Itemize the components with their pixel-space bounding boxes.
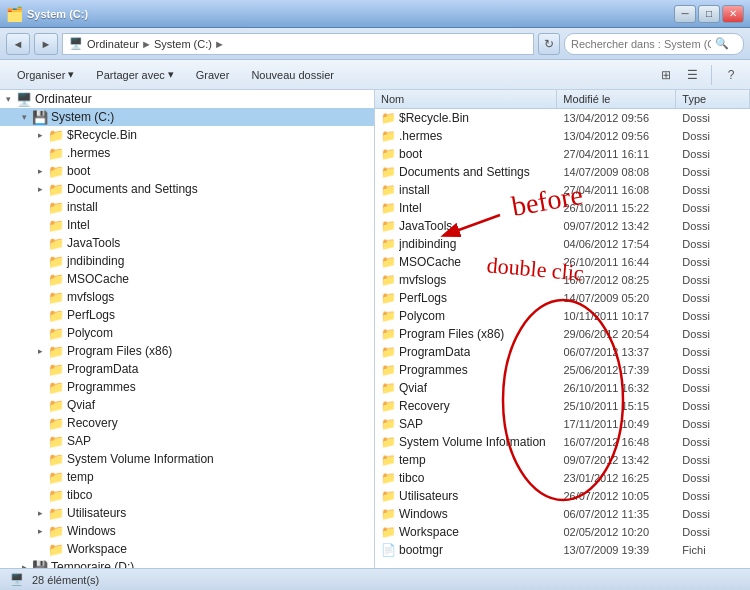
tree-expand-msocache[interactable]: [32, 271, 48, 287]
restore-button[interactable]: □: [698, 5, 720, 23]
file-row[interactable]: 📁PerfLogs14/07/2009 05:20Dossi: [375, 289, 750, 307]
tree-expand-mvfslogs[interactable]: [32, 289, 48, 305]
tree-expand-temp[interactable]: [32, 469, 48, 485]
tree-expand-windows[interactable]: ▸: [32, 523, 48, 539]
tree-item-install[interactable]: 📁install: [0, 198, 374, 216]
tree-item-jndibinding[interactable]: 📁jndibinding: [0, 252, 374, 270]
share-button[interactable]: Partager avec ▾: [87, 64, 182, 85]
column-header-type[interactable]: Type: [676, 90, 750, 108]
tree-item-srecycle[interactable]: ▸📁$Recycle.Bin: [0, 126, 374, 144]
file-row[interactable]: 📁Recovery25/10/2011 15:15Dossi: [375, 397, 750, 415]
file-row[interactable]: 📁Polycom10/11/2011 10:17Dossi: [375, 307, 750, 325]
tree-item-qviaf[interactable]: 📁Qviaf: [0, 396, 374, 414]
tree-expand-tibco[interactable]: [32, 487, 48, 503]
tree-expand-intel[interactable]: [32, 217, 48, 233]
tree-item-javatools[interactable]: 📁JavaTools: [0, 234, 374, 252]
file-row[interactable]: 📁MSOCache26/10/2011 16:44Dossi: [375, 253, 750, 271]
tree-expand-utilisateurs[interactable]: ▸: [32, 505, 48, 521]
organize-button[interactable]: Organiser ▾: [8, 64, 83, 85]
tree-expand-docsettings[interactable]: ▸: [32, 181, 48, 197]
forward-button[interactable]: ►: [34, 33, 58, 55]
tree-item-ordinateur[interactable]: ▾🖥️Ordinateur: [0, 90, 374, 108]
burn-button[interactable]: Graver: [187, 65, 239, 85]
file-row[interactable]: 📁mvfslogs16/07/2012 08:25Dossi: [375, 271, 750, 289]
file-row[interactable]: 📁Qviaf26/10/2011 16:32Dossi: [375, 379, 750, 397]
tree-item-tibco[interactable]: 📁tibco: [0, 486, 374, 504]
file-row[interactable]: 📁jndibinding04/06/2012 17:54Dossi: [375, 235, 750, 253]
tree-expand-install[interactable]: [32, 199, 48, 215]
file-row[interactable]: 📁tibco23/01/2012 16:25Dossi: [375, 469, 750, 487]
back-button[interactable]: ◄: [6, 33, 30, 55]
help-button[interactable]: ?: [720, 65, 742, 85]
refresh-button[interactable]: ↻: [538, 33, 560, 55]
column-header-modified[interactable]: Modifié le: [557, 90, 676, 108]
folder-tree[interactable]: ▾🖥️Ordinateur▾💾System (C:)▸📁$Recycle.Bin…: [0, 90, 375, 568]
file-row[interactable]: 📁$Recycle.Bin13/04/2012 09:56Dossi: [375, 109, 750, 127]
file-row[interactable]: 📁System Volume Information16/07/2012 16:…: [375, 433, 750, 451]
tree-expand-srecycle[interactable]: ▸: [32, 127, 48, 143]
file-row[interactable]: 📁Programmes25/06/2012 17:39Dossi: [375, 361, 750, 379]
file-row[interactable]: 📄bootmgr13/07/2009 19:39Fichi: [375, 541, 750, 559]
tree-expand-hermes[interactable]: [32, 145, 48, 161]
tree-item-programmes[interactable]: 📁Programmes: [0, 378, 374, 396]
close-button[interactable]: ✕: [722, 5, 744, 23]
tree-expand-programmes[interactable]: [32, 379, 48, 395]
tree-item-perflogs[interactable]: 📁PerfLogs: [0, 306, 374, 324]
tree-item-mvfslogs[interactable]: 📁mvfslogs: [0, 288, 374, 306]
tree-expand-recovery[interactable]: [32, 415, 48, 431]
file-row[interactable]: 📁boot27/04/2011 16:11Dossi: [375, 145, 750, 163]
file-row[interactable]: 📁install27/04/2011 16:08Dossi: [375, 181, 750, 199]
tree-item-workspace[interactable]: 📁Workspace: [0, 540, 374, 558]
tree-expand-jndibinding[interactable]: [32, 253, 48, 269]
tree-item-utilisateurs[interactable]: ▸📁Utilisateurs: [0, 504, 374, 522]
tree-item-sysvolinfo[interactable]: 📁System Volume Information: [0, 450, 374, 468]
search-input[interactable]: [571, 38, 711, 50]
tree-expand-boot[interactable]: ▸: [32, 163, 48, 179]
file-row[interactable]: 📁SAP17/11/2011 10:49Dossi: [375, 415, 750, 433]
tree-expand-ordinateur[interactable]: ▾: [0, 91, 16, 107]
tree-item-temp[interactable]: 📁temp: [0, 468, 374, 486]
tree-item-boot[interactable]: ▸📁boot: [0, 162, 374, 180]
file-row[interactable]: 📁Documents and Settings14/07/2009 08:08D…: [375, 163, 750, 181]
tree-expand-perflogs[interactable]: [32, 307, 48, 323]
tree-expand-temporaire[interactable]: ▸: [16, 559, 32, 568]
tree-expand-polycom[interactable]: [32, 325, 48, 341]
tree-expand-javatools[interactable]: [32, 235, 48, 251]
file-row[interactable]: 📁Workspace02/05/2012 10:20Dossi: [375, 523, 750, 541]
file-row[interactable]: 📁JavaTools09/07/2012 13:42Dossi: [375, 217, 750, 235]
tree-item-windows[interactable]: ▸📁Windows: [0, 522, 374, 540]
tree-expand-sap[interactable]: [32, 433, 48, 449]
view-details-button[interactable]: ☰: [681, 65, 703, 85]
tree-item-polycom[interactable]: 📁Polycom: [0, 324, 374, 342]
tree-item-recovery[interactable]: 📁Recovery: [0, 414, 374, 432]
tree-item-intel[interactable]: 📁Intel: [0, 216, 374, 234]
column-header-name[interactable]: Nom: [375, 90, 557, 108]
search-box[interactable]: 🔍: [564, 33, 744, 55]
tree-item-programdata[interactable]: 📁ProgramData: [0, 360, 374, 378]
tree-item-hermes[interactable]: 📁.hermes: [0, 144, 374, 162]
tree-expand-programfiles[interactable]: ▸: [32, 343, 48, 359]
address-box[interactable]: 🖥️ Ordinateur ► System (C:) ►: [62, 33, 534, 55]
search-icon[interactable]: 🔍: [715, 37, 729, 50]
tree-expand-sysvolinfo[interactable]: [32, 451, 48, 467]
tree-item-programfiles[interactable]: ▸📁Program Files (x86): [0, 342, 374, 360]
tree-item-temporaire[interactable]: ▸💾Temporaire (D:): [0, 558, 374, 568]
file-row[interactable]: 📁temp09/07/2012 13:42Dossi: [375, 451, 750, 469]
file-row[interactable]: 📁ProgramData06/07/2012 13:37Dossi: [375, 343, 750, 361]
file-row[interactable]: 📁Utilisateurs26/07/2012 10:05Dossi: [375, 487, 750, 505]
file-row[interactable]: 📁Windows06/07/2012 11:35Dossi: [375, 505, 750, 523]
new-folder-button[interactable]: Nouveau dossier: [242, 65, 343, 85]
view-options-button[interactable]: ⊞: [655, 65, 677, 85]
tree-expand-workspace[interactable]: [32, 541, 48, 557]
tree-item-systemC[interactable]: ▾💾System (C:): [0, 108, 374, 126]
tree-expand-programdata[interactable]: [32, 361, 48, 377]
tree-expand-systemC[interactable]: ▾: [16, 109, 32, 125]
file-row[interactable]: 📁Program Files (x86)29/06/2012 20:54Doss…: [375, 325, 750, 343]
file-row[interactable]: 📁.hermes13/04/2012 09:56Dossi: [375, 127, 750, 145]
tree-expand-qviaf[interactable]: [32, 397, 48, 413]
file-row[interactable]: 📁Intel26/10/2011 15:22Dossi: [375, 199, 750, 217]
minimize-button[interactable]: ─: [674, 5, 696, 23]
tree-item-msocache[interactable]: 📁MSOCache: [0, 270, 374, 288]
tree-item-sap[interactable]: 📁SAP: [0, 432, 374, 450]
tree-item-docsettings[interactable]: ▸📁Documents and Settings: [0, 180, 374, 198]
